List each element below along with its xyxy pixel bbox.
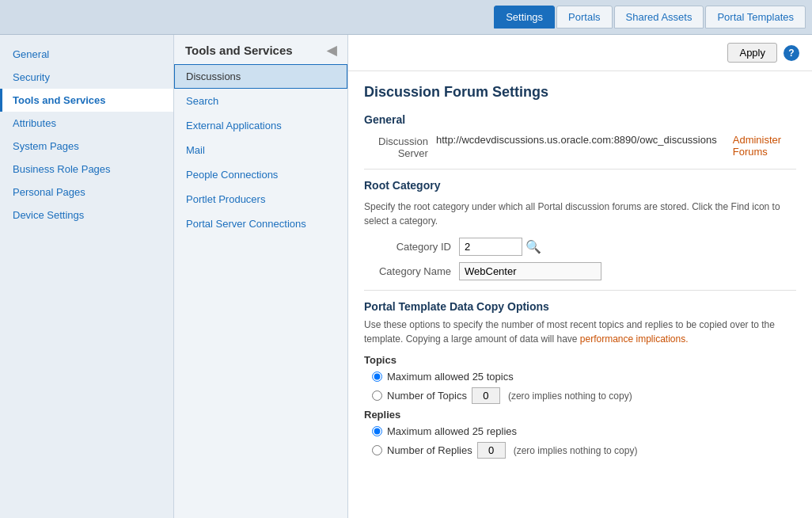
page-title: Discussion Forum Settings xyxy=(364,84,796,101)
apply-button[interactable]: Apply xyxy=(727,43,777,63)
middle-panel-title: Tools and Services ◀ xyxy=(174,35,347,64)
middle-nav-external-applications[interactable]: External Applications xyxy=(174,113,347,138)
top-nav-tabs: Settings Portals Shared Assets Portal Te… xyxy=(494,6,806,29)
replies-num-radio[interactable] xyxy=(372,445,382,455)
topics-max-radio[interactable] xyxy=(372,371,382,382)
category-name-input[interactable] xyxy=(459,262,601,280)
topics-max-label: Maximum allowed 25 topics xyxy=(387,371,514,383)
content-body: Discussion Forum Settings General Discus… xyxy=(348,71,812,476)
middle-nav-discussions[interactable]: Discussions xyxy=(174,64,347,89)
sidebar-item-business-role-pages[interactable]: Business Role Pages xyxy=(0,158,173,181)
discussion-server-value: http://wcdevdiscussions.us.oracle.com:88… xyxy=(436,134,717,146)
help-button[interactable]: ? xyxy=(784,45,799,61)
category-search-icon[interactable]: 🔍 xyxy=(526,239,541,254)
sidebar-item-device-settings[interactable]: Device Settings xyxy=(0,204,173,227)
middle-nav-mail[interactable]: Mail xyxy=(174,138,347,162)
topics-num-label: Number of Topics xyxy=(387,390,467,402)
middle-panel: Tools and Services ◀ Discussions Search … xyxy=(174,35,348,518)
content-header: Apply ? xyxy=(348,35,812,71)
sidebar-item-general[interactable]: General xyxy=(0,43,173,66)
category-name-label: Category Name xyxy=(364,265,459,277)
copy-options-title: Portal Template Data Copy Options xyxy=(364,300,796,313)
category-id-row: Category ID 🔍 xyxy=(364,238,796,256)
performance-link[interactable]: performance implications. xyxy=(580,333,689,345)
replies-max-radio[interactable] xyxy=(372,426,382,436)
sidebar-item-system-pages[interactable]: System Pages xyxy=(0,135,173,158)
topics-num-radio[interactable] xyxy=(372,390,382,401)
discussion-server-label: Discussion Server xyxy=(364,134,436,159)
middle-nav-search[interactable]: Search xyxy=(174,89,347,113)
topics-num-input[interactable] xyxy=(472,387,500,404)
discussion-server-row: Discussion Server http://wcdevdiscussion… xyxy=(364,134,796,159)
topics-max-radio-row: Maximum allowed 25 topics xyxy=(372,371,796,383)
left-sidebar: General Security Tools and Services Attr… xyxy=(0,35,174,518)
main-layout: General Security Tools and Services Attr… xyxy=(0,35,812,518)
replies-title: Replies xyxy=(364,409,796,421)
middle-nav-portlet-producers[interactable]: Portlet Producers xyxy=(174,187,347,211)
replies-num-input[interactable] xyxy=(477,442,506,459)
topics-num-radio-row: Number of Topics (zero implies nothing t… xyxy=(372,387,796,404)
category-id-label: Category ID xyxy=(364,241,459,253)
replies-num-label: Number of Replies xyxy=(387,444,472,456)
topics-zero-note: (zero implies nothing to copy) xyxy=(508,390,632,402)
copy-options-description: Use these options to specify the number … xyxy=(364,318,796,346)
root-category-section-title: Root Category xyxy=(364,179,796,192)
sidebar-item-tools-and-services[interactable]: Tools and Services xyxy=(0,89,173,112)
tab-portals[interactable]: Portals xyxy=(556,6,612,29)
sidebar-item-personal-pages[interactable]: Personal Pages xyxy=(0,181,173,204)
replies-zero-note: (zero implies nothing to copy) xyxy=(514,445,638,456)
general-section-title: General xyxy=(364,113,796,126)
administer-forums-link[interactable]: Administer Forums xyxy=(733,134,796,158)
sidebar-item-attributes[interactable]: Attributes xyxy=(0,112,173,135)
middle-panel-title-text: Tools and Services xyxy=(185,44,293,57)
tab-settings[interactable]: Settings xyxy=(494,6,555,29)
collapse-arrow-icon[interactable]: ◀ xyxy=(327,43,336,58)
root-category-description: Specify the root category under which al… xyxy=(364,200,796,228)
divider-2 xyxy=(364,290,796,291)
top-navigation: Settings Portals Shared Assets Portal Te… xyxy=(0,0,812,35)
middle-nav-people-connections[interactable]: People Connections xyxy=(174,162,347,187)
tab-shared-assets[interactable]: Shared Assets xyxy=(614,6,704,29)
middle-nav-portal-server-connections[interactable]: Portal Server Connections xyxy=(174,211,347,236)
replies-num-radio-row: Number of Replies (zero implies nothing … xyxy=(372,442,796,459)
category-name-row: Category Name xyxy=(364,262,796,280)
tab-portal-templates[interactable]: Portal Templates xyxy=(705,6,806,29)
replies-max-radio-row: Maximum allowed 25 replies xyxy=(372,425,796,437)
sidebar-item-security[interactable]: Security xyxy=(0,66,173,89)
replies-max-label: Maximum allowed 25 replies xyxy=(387,425,517,437)
divider-1 xyxy=(364,169,796,169)
topics-title: Topics xyxy=(364,354,796,366)
content-area: Apply ? Discussion Forum Settings Genera… xyxy=(348,35,812,518)
category-id-input[interactable] xyxy=(459,238,522,256)
